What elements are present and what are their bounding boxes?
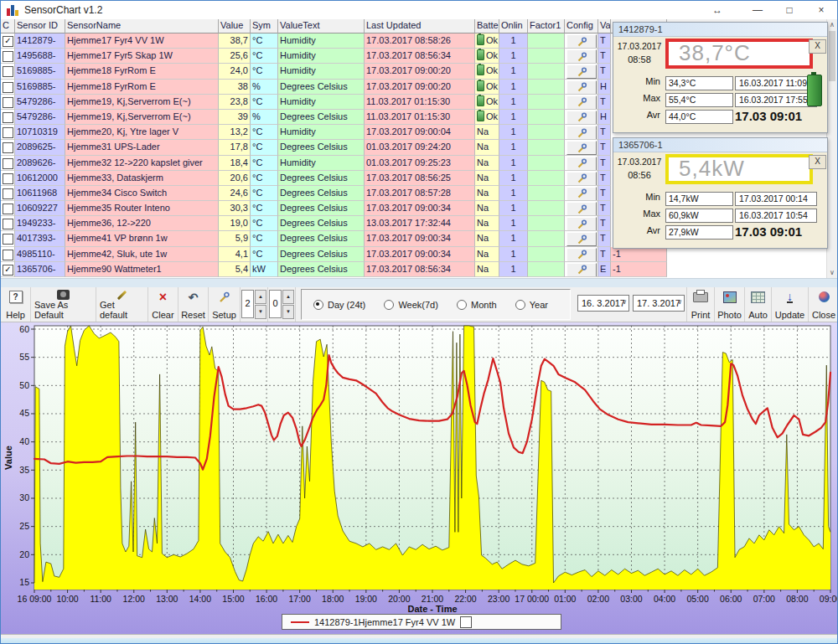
auto-button[interactable]: Auto bbox=[745, 287, 772, 322]
row-checkbox[interactable] bbox=[3, 188, 13, 199]
chevron-down-icon[interactable]: ∨ bbox=[622, 298, 627, 306]
maximize-button[interactable]: □ bbox=[773, 1, 805, 19]
table-row: ✓1365706-Hjemme90 Wattmeter15,4kWDegrees… bbox=[1, 262, 829, 277]
column-header-check[interactable]: C bbox=[1, 19, 15, 33]
cell-updated: 17.03.2017 08:56:34 bbox=[365, 262, 475, 277]
spinner-2-value[interactable]: 0 bbox=[269, 290, 282, 318]
column-header-name[interactable]: SensorName bbox=[65, 19, 219, 33]
row-checkbox[interactable] bbox=[3, 142, 13, 153]
column-header-id[interactable]: Sensor ID bbox=[15, 19, 65, 33]
battery-icon bbox=[477, 64, 484, 75]
cell-text: Humidity bbox=[278, 64, 365, 79]
cell-text: Humidity bbox=[278, 49, 365, 64]
cell-config bbox=[565, 156, 598, 171]
x-tick-label: 17 00:00 bbox=[515, 594, 549, 604]
row-checkbox[interactable] bbox=[3, 66, 13, 77]
cell-check bbox=[1, 247, 15, 262]
cell-batt: Na bbox=[475, 201, 499, 216]
config-button[interactable] bbox=[566, 217, 597, 231]
column-header-onlin[interactable]: Onlin bbox=[499, 19, 528, 33]
spinner-1-up-icon[interactable]: ▲ bbox=[255, 290, 266, 304]
photo-button[interactable]: Photo bbox=[715, 287, 745, 322]
close-window-button[interactable]: × bbox=[805, 1, 837, 19]
row-checkbox[interactable] bbox=[3, 219, 13, 229]
cell-sym: % bbox=[251, 110, 278, 125]
print-button[interactable]: Print bbox=[686, 287, 715, 322]
period-radio-week-7d-[interactable]: Week(7d) bbox=[384, 300, 437, 310]
legend-checkbox[interactable] bbox=[460, 616, 472, 628]
date-to-combo[interactable]: 17. 3.2017 ∨ bbox=[633, 295, 685, 312]
column-header-updated[interactable]: Last Updated bbox=[365, 19, 475, 33]
config-button[interactable] bbox=[566, 34, 597, 49]
column-header-sym[interactable]: Sym bbox=[251, 19, 278, 33]
spinner-1-down-icon[interactable]: ▼ bbox=[255, 305, 266, 319]
cell-config bbox=[565, 80, 598, 95]
cell-factor1 bbox=[528, 125, 565, 140]
row-checkbox[interactable] bbox=[3, 51, 13, 62]
update-button[interactable]: ↓ Update bbox=[772, 287, 809, 322]
config-button[interactable] bbox=[566, 49, 597, 64]
period-radio-month[interactable]: Month bbox=[457, 300, 497, 310]
cell-name: Hjemme19, Kj,Serverrom E(~) bbox=[65, 95, 219, 110]
get-default-button[interactable]: Get default bbox=[96, 287, 148, 322]
y-tick-label: 20 bbox=[19, 549, 29, 559]
scroll-down-icon[interactable]: ∨ bbox=[827, 267, 837, 278]
scrollbar-thumb[interactable] bbox=[829, 31, 835, 81]
column-header-config[interactable]: Config bbox=[565, 19, 598, 33]
spinner-2-up-icon[interactable]: ▲ bbox=[282, 290, 294, 304]
column-header-va[interactable]: Va bbox=[598, 19, 611, 33]
cell-id: 5479286- bbox=[15, 95, 65, 110]
config-button[interactable] bbox=[566, 141, 597, 155]
help-button[interactable]: ? Help bbox=[1, 287, 31, 322]
card-close-button[interactable]: X bbox=[809, 39, 826, 54]
row-checkbox[interactable] bbox=[3, 234, 13, 245]
config-button[interactable] bbox=[566, 111, 597, 125]
column-header-text[interactable]: ValueText bbox=[278, 19, 365, 33]
date-from-combo[interactable]: 16. 3.2017 ∨ bbox=[577, 295, 629, 312]
config-button[interactable] bbox=[566, 95, 597, 110]
row-checkbox[interactable] bbox=[3, 158, 13, 169]
period-radio-day-24t-[interactable]: Day (24t) bbox=[313, 300, 365, 310]
reset-button[interactable]: ↶ Reset bbox=[178, 287, 209, 322]
config-button[interactable] bbox=[566, 202, 597, 216]
column-header-value[interactable]: Value bbox=[219, 19, 251, 33]
config-button[interactable] bbox=[566, 232, 597, 246]
row-checkbox[interactable] bbox=[3, 82, 13, 93]
spinner-2-down-icon[interactable]: ▼ bbox=[282, 305, 294, 319]
row-checkbox[interactable]: ✓ bbox=[3, 36, 13, 47]
config-button[interactable] bbox=[566, 126, 597, 140]
row-checkbox[interactable] bbox=[3, 127, 13, 138]
column-header-batt[interactable]: Batter bbox=[475, 19, 499, 33]
cell-onlin: 1 bbox=[499, 64, 528, 79]
period-radio-year[interactable]: Year bbox=[515, 300, 548, 310]
config-button[interactable] bbox=[566, 263, 597, 277]
config-button[interactable] bbox=[566, 157, 597, 171]
row-checkbox[interactable]: ✓ bbox=[3, 265, 13, 276]
stat-label: Max bbox=[613, 93, 660, 103]
row-checkbox[interactable] bbox=[3, 97, 13, 108]
legend-label: 1412879-1Hjemme17 Fyr4 VV 1W bbox=[314, 617, 455, 627]
config-button[interactable] bbox=[566, 172, 597, 186]
row-checkbox[interactable] bbox=[3, 204, 13, 214]
close-button[interactable]: Close bbox=[809, 287, 838, 322]
minimize-button[interactable]: — bbox=[742, 1, 773, 19]
row-checkbox[interactable] bbox=[3, 173, 13, 184]
wrench-icon bbox=[218, 291, 230, 303]
row-checkbox[interactable] bbox=[3, 250, 13, 260]
scroll-up-icon[interactable]: ∧ bbox=[827, 19, 837, 30]
cell-name: Hjemme17 Fyr4 VV 1W bbox=[65, 33, 219, 49]
spinner-1-value[interactable]: 2 bbox=[241, 290, 254, 318]
column-header-factor1[interactable]: Factor1 bbox=[528, 19, 565, 33]
chevron-down-icon[interactable]: ∨ bbox=[677, 298, 682, 306]
setup-button[interactable]: Setup bbox=[209, 287, 241, 322]
card-close-button[interactable]: X bbox=[809, 155, 826, 169]
config-button[interactable] bbox=[566, 187, 597, 201]
clear-button[interactable]: × Clear bbox=[148, 287, 178, 322]
x-tick-label: 18:00 bbox=[322, 594, 344, 604]
config-button[interactable] bbox=[566, 64, 597, 79]
config-button[interactable] bbox=[566, 80, 597, 95]
save-as-default-button[interactable]: Save As Default bbox=[31, 287, 96, 322]
config-button[interactable] bbox=[566, 248, 597, 262]
cell-va: T bbox=[598, 156, 611, 171]
row-checkbox[interactable] bbox=[3, 112, 13, 123]
